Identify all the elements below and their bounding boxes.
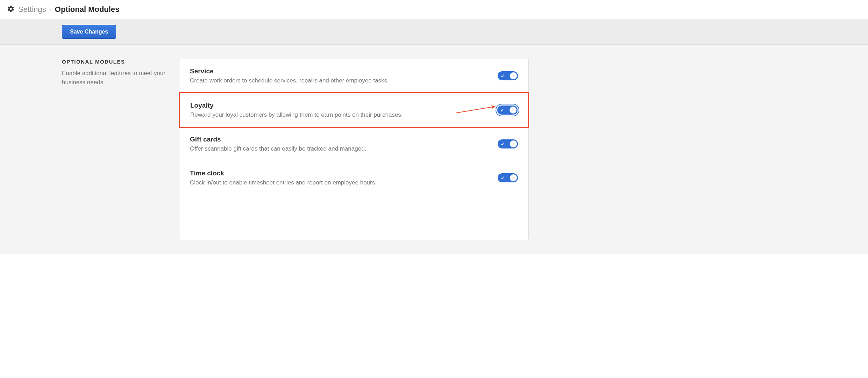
module-text: Gift cards Offer scannable gift cards th… bbox=[190, 136, 498, 152]
module-description: Offer scannable gift cards that can easi… bbox=[190, 145, 498, 152]
toggle-knob: ••• bbox=[510, 140, 517, 147]
toolbar: Save Changes bbox=[0, 19, 868, 45]
toggle-loyalty[interactable]: ✓ ••• bbox=[497, 106, 518, 115]
module-row-gift-cards: Gift cards Offer scannable gift cards th… bbox=[179, 127, 528, 161]
toggle-knob: ••• bbox=[510, 107, 517, 114]
gear-icon bbox=[7, 5, 15, 14]
check-icon: ✓ bbox=[501, 73, 505, 79]
module-title: Service bbox=[190, 67, 498, 75]
module-title: Gift cards bbox=[190, 136, 498, 143]
check-icon: ✓ bbox=[501, 175, 505, 181]
breadcrumb-parent[interactable]: Settings bbox=[18, 5, 46, 14]
chevron-right-icon: › bbox=[50, 6, 51, 13]
breadcrumb: Settings › Optional Modules bbox=[18, 5, 119, 14]
save-button[interactable]: Save Changes bbox=[62, 25, 116, 39]
breadcrumb-current: Optional Modules bbox=[55, 5, 120, 14]
module-row-loyalty: Loyalty Reward your loyal customers by a… bbox=[179, 92, 529, 128]
content-area: OPTIONAL MODULES Enable additional featu… bbox=[0, 45, 868, 254]
toggle-service[interactable]: ✓ ••• bbox=[498, 71, 518, 80]
module-description: Reward your loyal customers by allowing … bbox=[190, 111, 497, 118]
module-text: Loyalty Reward your loyal customers by a… bbox=[190, 102, 497, 118]
module-text: Service Create work orders to schedule s… bbox=[190, 67, 498, 84]
section-title: OPTIONAL MODULES bbox=[62, 59, 169, 65]
check-icon: ✓ bbox=[501, 141, 505, 147]
module-text: Time clock Clock in/out to enable timesh… bbox=[190, 169, 498, 186]
page-header: Settings › Optional Modules bbox=[0, 0, 868, 19]
section-description: Enable additional features to meet your … bbox=[62, 69, 169, 87]
module-row-service: Service Create work orders to schedule s… bbox=[179, 59, 528, 93]
toggle-knob: ••• bbox=[510, 72, 517, 79]
toggle-gift-cards[interactable]: ✓ ••• bbox=[498, 139, 518, 148]
module-title: Loyalty bbox=[190, 102, 497, 109]
toggle-knob: ••• bbox=[510, 174, 517, 181]
module-row-time-clock: Time clock Clock in/out to enable timesh… bbox=[179, 161, 528, 195]
section-info: OPTIONAL MODULES Enable additional featu… bbox=[62, 59, 169, 240]
module-title: Time clock bbox=[190, 169, 498, 177]
module-description: Clock in/out to enable timesheet entries… bbox=[190, 179, 498, 186]
modules-panel: Service Create work orders to schedule s… bbox=[179, 59, 529, 240]
module-description: Create work orders to schedule services,… bbox=[190, 77, 498, 84]
toggle-time-clock[interactable]: ✓ ••• bbox=[498, 173, 518, 182]
check-icon: ✓ bbox=[500, 108, 504, 113]
